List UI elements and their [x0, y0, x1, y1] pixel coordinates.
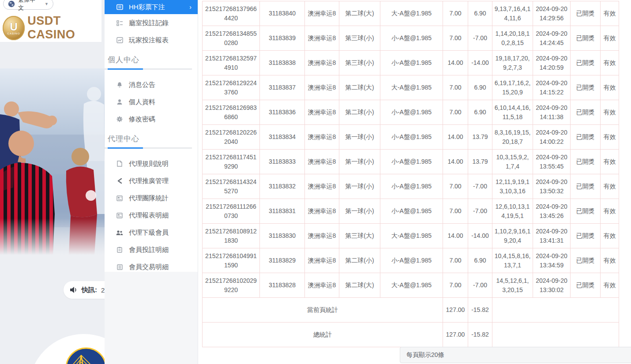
page-total-label: 當前頁統計	[203, 298, 443, 323]
grand-total-label: 總統計	[203, 323, 443, 347]
language-selector[interactable]: 繁体中文 ▼	[3, 0, 53, 10]
table-cell: 第二球(大)	[339, 1, 380, 26]
table-cell: 2024-09-20 14:11:38	[533, 100, 571, 125]
table-row: 215217268120226204031183834澳洲幸运8第一球(小)小-…	[203, 125, 619, 150]
sidebar-item-hh-lottery-bets[interactable]: HH彩票下注 ›	[105, 0, 198, 14]
table-cell: 已開獎	[571, 75, 601, 100]
marquee-label: 快訊:	[82, 286, 97, 294]
sidebar-item-label: 代理下級會員	[129, 229, 169, 237]
table-cell: 澳洲幸运8	[305, 273, 339, 298]
coin-subtext: CASINO	[8, 32, 20, 35]
sidebar-item-label: 代理團隊統計	[129, 194, 169, 203]
clipboard-icon	[116, 246, 123, 253]
table-row: 215217268117451929031183833澳洲幸运8第一球(小)小-…	[203, 150, 619, 174]
table-cell: 7.00	[443, 1, 468, 26]
marquee-text: 2	[101, 286, 105, 294]
table-cell: -7.00	[468, 199, 492, 224]
table-cell: 已開獎	[571, 224, 601, 248]
table-cell: 7.00	[443, 199, 468, 224]
sidebar-item-announcements[interactable]: 消息公告	[105, 78, 198, 92]
table-cell: 2024-09-20 14:29:56	[533, 1, 571, 26]
table-cell: 2024-09-20 13:45:26	[533, 199, 571, 224]
sidebar-item-label: 玩家投注報表	[129, 36, 169, 45]
table-cell: 14.00	[443, 224, 468, 248]
table-cell: 有效	[601, 199, 619, 224]
sidebar-item-agent-downline-members[interactable]: 代理下級會員	[105, 225, 198, 240]
table-cell: 澳洲幸运8	[305, 75, 339, 100]
sidebar-item-player-bet-report[interactable]: 玩家投注報表	[105, 33, 198, 47]
bet-table-body: 215217268137966442031183840澳洲幸运8第二球(大)大-…	[203, 1, 619, 298]
report-icon	[116, 195, 123, 202]
table-row: 215217268126983686031183836澳洲幸运8第二球(小)小-…	[203, 100, 619, 125]
ledger-icon	[116, 263, 123, 270]
table-row: 215217268111266073031183831澳洲幸运8第一球(小)小-…	[203, 199, 619, 224]
table-cell: 2152172681325974910	[203, 51, 260, 75]
chevron-down-icon: ▼	[45, 2, 49, 6]
table-cell: 第二球(小)	[339, 100, 380, 125]
table-cell: 31183834	[260, 125, 305, 150]
grand-total-row: 總統計 127.00 -15.82	[203, 323, 619, 347]
table-cell: 有效	[601, 51, 619, 75]
speaker-icon	[70, 286, 78, 293]
table-cell: 31183839	[260, 26, 305, 51]
table-cell: 大-A盤@1.985	[380, 273, 443, 298]
table-cell: 2152172681049911590	[203, 248, 260, 273]
table-cell: 12,6,10,13,14,19,5,1	[492, 199, 533, 224]
table-cell: 已開獎	[571, 1, 601, 26]
table-cell: 31183828	[260, 273, 305, 298]
table-cell: 已開獎	[571, 26, 601, 51]
sidebar-item-member-bet-details[interactable]: 會員投註明細	[105, 243, 198, 257]
table-cell: -7.00	[468, 273, 492, 298]
table-cell: 2152172681348550280	[203, 26, 260, 51]
table-cell: 2024-09-20 14:24:45	[533, 26, 571, 51]
sidebar-item-room-bet-records[interactable]: 廳室投註記錄	[105, 16, 198, 30]
sidebar-item-profile[interactable]: 個人資料	[105, 95, 198, 109]
table-cell: 有效	[601, 273, 619, 298]
table-cell: 已開獎	[571, 199, 601, 224]
table-cell: 有效	[601, 1, 619, 26]
users-icon	[116, 229, 123, 236]
language-label: 繁体中文	[18, 0, 41, 12]
sidebar-item-agent-rules[interactable]: 代理規則說明	[105, 157, 198, 171]
sidebar-item-label: 代理規則說明	[129, 160, 169, 168]
table-cell: 2152172681174519290	[203, 150, 260, 174]
table-cell: 10,3,15,9,2,1,7,4	[492, 150, 533, 174]
sidebar-item-agent-promotion[interactable]: 代理推廣管理	[105, 174, 198, 188]
table-row: 215217268104991159031183829澳洲幸运8第二球(小)小-…	[203, 248, 619, 273]
table-cell: 31183838	[260, 51, 305, 75]
brand-logo[interactable]: U CASINO USDT CASINO	[3, 14, 105, 41]
table-cell: 小-A盤@1.985	[380, 26, 443, 51]
sidebar-item-change-password[interactable]: 修改密碼	[105, 112, 198, 126]
table-cell: 澳洲幸运8	[305, 1, 339, 26]
table-cell: 6.90	[468, 1, 492, 26]
table-cell: 2024-09-20 13:34:59	[533, 248, 571, 273]
bet-records-table: 215217268137966442031183840澳洲幸运8第二球(大)大-…	[202, 1, 619, 347]
sidebar-item-label: 廳室投註記錄	[129, 19, 169, 27]
table-cell: 7.00	[443, 100, 468, 125]
table-cell: 第三球(小)	[339, 51, 380, 75]
file-icon	[116, 160, 123, 167]
section-title-personal-center: 個人中心	[105, 50, 198, 68]
sidebar-item-agent-report-details[interactable]: 代理報表明細	[105, 208, 198, 222]
share-icon	[116, 177, 123, 184]
table-cell: 有效	[601, 150, 619, 174]
sidebar-item-label: 消息公告	[129, 81, 155, 89]
table-cell: 2152172681112660730	[203, 199, 260, 224]
user-icon	[116, 98, 123, 105]
sidebar-item-agent-team-stats[interactable]: 代理團隊統計	[105, 191, 198, 205]
table-cell: 7.00	[443, 26, 468, 51]
book-icon	[116, 4, 123, 11]
table-cell: 已開獎	[571, 248, 601, 273]
table-cell: 14.00	[443, 150, 468, 174]
table-cell: 有效	[601, 125, 619, 150]
table-cell: 2024-09-20 14:15:22	[533, 75, 571, 100]
table-cell: 第一球(小)	[339, 125, 380, 150]
table-cell: 2152172681143245270	[203, 174, 260, 199]
per-page-label: 每頁顯示20條	[406, 351, 444, 359]
table-cell: 1,14,20,18,10,2,8,15	[492, 26, 533, 51]
table-cell: 14,5,12,6,1,3,20,15	[492, 273, 533, 298]
table-cell: 大-A盤@1.985	[380, 75, 443, 100]
page-total-row: 當前頁統計 127.00 -15.82	[203, 298, 619, 323]
table-cell: 2152172681292243760	[203, 75, 260, 100]
table-cell: 第二球(小)	[339, 248, 380, 273]
